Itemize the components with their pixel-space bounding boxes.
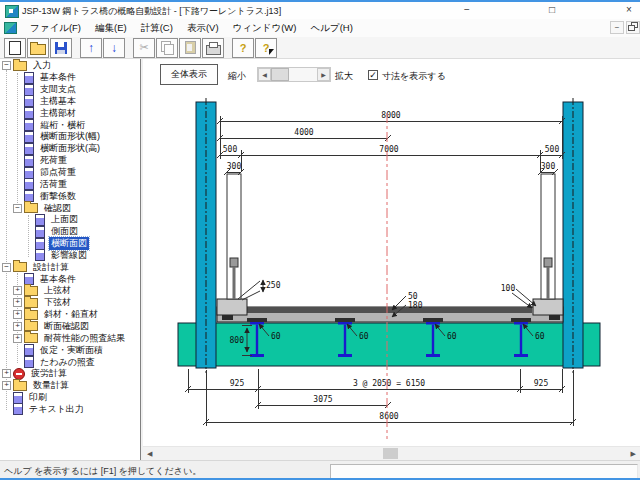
show-dimensions-checkbox[interactable]: ✓ [368,70,378,80]
dim-right-edge: 500 [545,145,560,154]
zoom-scrollbar[interactable]: ◀ ▶ [257,67,331,82]
navigation-tree-panel: −入力−基本条件−支間支点−主構基本−主構部材−縦桁・横桁−横断面形状(幅)−横… [0,59,141,460]
tree-item[interactable]: −節点荷重 [0,167,140,179]
dim-roadway: 7000 [379,145,398,154]
menu-calc[interactable]: 計算(C) [134,20,180,37]
tree-item[interactable]: −基本条件 [0,273,140,285]
doc-icon [35,226,45,238]
collapse-minus-icon[interactable]: − [2,263,11,272]
scroll-right-arrow[interactable]: ▶ [631,449,636,459]
tree-item[interactable]: −活荷重 [0,178,140,190]
tree-item[interactable]: −基本条件 [0,72,140,84]
tree-item[interactable]: −横断面形状(高) [0,143,140,155]
bridge-cross-section-canvas: 8000 4000 500 7000 500 300 300 250 100 5… [143,59,640,446]
help-button[interactable]: ? [232,38,254,58]
tree-item[interactable]: +断面確認図 [0,321,140,333]
save-button[interactable] [50,38,72,58]
tree-item[interactable]: −設計計算 [0,261,140,273]
doc-icon [35,249,45,261]
tree-item[interactable]: +下弦材 [0,297,140,309]
tree-item[interactable]: −仮定・実断面積 [0,344,140,356]
zoom-scrollbar-thumb[interactable] [271,68,289,81]
zoom-scroll-left-arrow[interactable]: ◀ [258,68,271,81]
mdi-minimize-button[interactable]: − [610,21,624,34]
tree-item[interactable]: −入力 [0,60,140,72]
tree-item[interactable]: −横断面形状(幅) [0,131,140,143]
status-bar: ヘルプ を表示するには [F1] を押してください。 [0,460,640,479]
mdi-restore-button[interactable] [626,21,640,34]
open-file-button[interactable] [27,38,49,58]
expand-plus-icon[interactable]: + [2,381,11,390]
dim-total-width-top: 8000 [381,111,400,120]
tree-item[interactable]: −横断面図 [0,238,140,250]
close-button[interactable]: × [618,2,640,18]
paste-button[interactable] [179,38,201,58]
copy-icon [161,41,171,52]
dim-half-width: 4000 [294,128,313,137]
dim-left-post: 300 [227,162,242,171]
zoom-in-label: 拡大 [335,70,353,83]
tree-item[interactable]: −確認図 [0,202,140,214]
folder-icon [13,381,27,391]
tree-item[interactable]: −影響線図 [0,250,140,262]
collapse-minus-icon[interactable]: − [13,204,22,213]
tree-item[interactable]: −死荷重 [0,155,140,167]
printer-icon [206,45,221,55]
scrollbar-thumb[interactable] [383,448,398,459]
folder-icon [24,286,38,296]
menu-view[interactable]: 表示(V) [180,20,226,37]
fit-view-button[interactable]: 全体表示 [160,64,218,85]
tree-item[interactable]: −縦桁・横桁 [0,119,140,131]
tree-item[interactable]: −側面図 [0,226,140,238]
menu-help[interactable]: ヘルプ(H) [304,20,360,37]
tree-item[interactable]: −上面図 [0,214,140,226]
move-up-button[interactable]: ↑ [80,38,102,58]
doc-icon [24,95,34,107]
doc-icon [24,107,34,119]
tree-item[interactable]: −テキスト出力 [0,403,140,415]
collapse-minus-icon[interactable]: − [2,61,11,70]
tree-item[interactable]: +斜材・鉛直材 [0,309,140,321]
expand-plus-icon[interactable]: + [13,298,22,307]
open-folder-icon [30,44,46,55]
expand-plus-icon[interactable]: + [13,286,22,295]
doc-icon [35,238,45,250]
horizontal-scrollbar[interactable]: ◀ ▶ [143,446,640,460]
expand-plus-icon[interactable]: + [13,310,22,319]
doc-icon [24,143,34,155]
folder-icon [24,333,38,343]
tree-item[interactable]: −衝撃係数 [0,190,140,202]
copy-button[interactable] [156,38,178,58]
status-text: ヘルプ を表示するには [F1] を押してください。 [4,465,201,478]
scroll-left-arrow[interactable]: ◀ [147,449,152,459]
menu-window[interactable]: ウィンドウ(W) [226,20,304,37]
expand-plus-icon[interactable]: + [2,369,11,378]
menu-edit[interactable]: 編集(E) [88,20,134,37]
zoom-scroll-right-arrow[interactable]: ▶ [317,68,330,81]
tree-item[interactable]: +数量計算 [0,380,140,392]
tree-item[interactable]: −支間支点 [0,84,140,96]
expand-plus-icon[interactable]: + [13,334,22,343]
maximize-button[interactable]: □ [537,2,567,18]
tree-item[interactable]: +疲労計算 [0,368,140,380]
up-arrow-icon: ↑ [88,42,94,54]
app-icon [5,5,19,18]
tree-item[interactable]: +耐荷性能の照査結果 [0,332,140,344]
tree-item[interactable]: −主構基本 [0,96,140,108]
context-help-button[interactable]: ? [255,38,277,58]
new-file-button[interactable] [4,38,26,58]
tree-item[interactable]: −たわみの照査 [0,356,140,368]
tree-item[interactable]: −主構部材 [0,107,140,119]
expand-plus-icon[interactable]: + [13,322,22,331]
cut-button[interactable]: ✂ [133,38,155,58]
cursor-arrow-icon [269,49,274,55]
minimize-button[interactable]: − [452,2,482,18]
print-button[interactable] [202,38,224,58]
menu-file[interactable]: ファイル(F) [23,20,88,37]
move-down-button[interactable]: ↓ [103,38,125,58]
tree-item[interactable]: +上弦材 [0,285,140,297]
mdi-document-icon[interactable] [4,22,17,34]
tree-item[interactable]: −印刷 [0,392,140,404]
tree-item-label[interactable]: テキスト出力 [27,403,86,416]
help-question-icon: ? [240,42,247,54]
